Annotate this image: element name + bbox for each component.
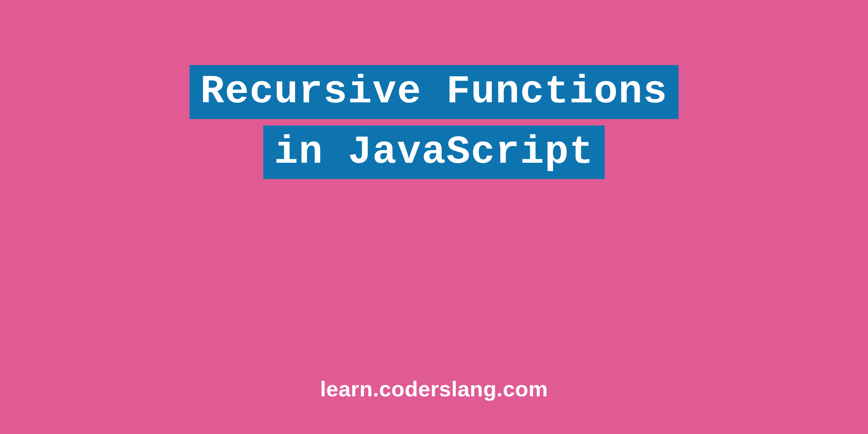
title-container: Recursive Functions in JavaScript	[0, 65, 868, 179]
footer-url: learn.coderslang.com	[0, 376, 868, 401]
title-line-1: Recursive Functions	[190, 65, 678, 119]
title-line-2: in JavaScript	[263, 125, 605, 179]
